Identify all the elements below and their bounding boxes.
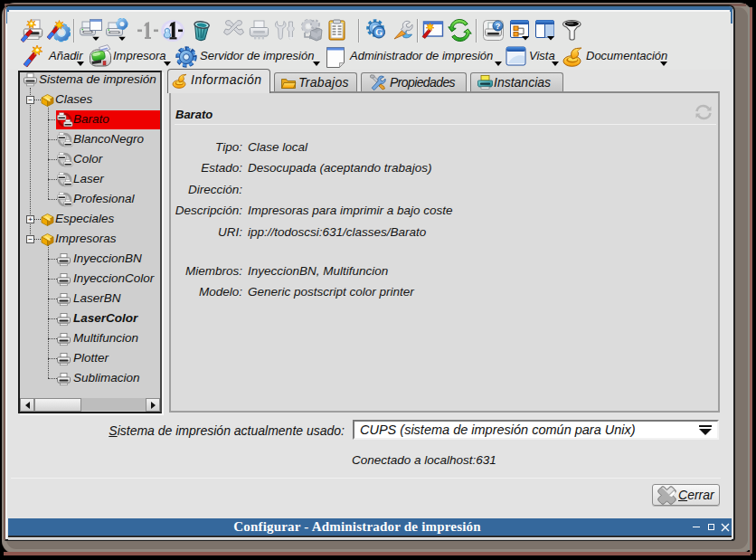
- svg-text:G: G: [375, 27, 383, 37]
- svg-text:?: ?: [496, 21, 501, 31]
